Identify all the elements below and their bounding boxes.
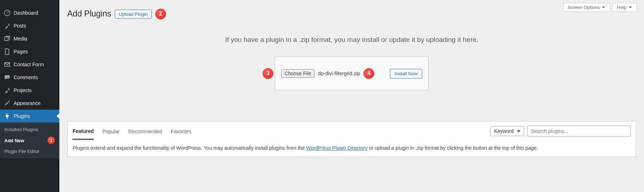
- upload-box: 3 Choose File dp-divi-filtergrid.zip 4 I…: [275, 57, 429, 90]
- plugin-directory-link[interactable]: WordPress Plugin Directory: [306, 145, 368, 151]
- help-label: Help: [617, 5, 626, 10]
- tab-featured[interactable]: Featured: [73, 122, 94, 140]
- sidebar-item-plugins[interactable]: Plugins: [0, 110, 59, 123]
- submenu-installed-plugins[interactable]: Installed Plugins: [0, 125, 59, 134]
- plugins-submenu: Installed Plugins Add New 1 Plugin File …: [0, 123, 59, 158]
- tab-popular[interactable]: Popular: [102, 123, 119, 139]
- sidebar-item-label: Pages: [14, 49, 28, 54]
- screen-meta-links: Screen Options Help: [563, 3, 637, 12]
- upload-message: If you have a plugin in a .zip format, y…: [225, 36, 478, 44]
- choose-file-button[interactable]: Choose File: [281, 69, 314, 78]
- sidebar-item-label: Plugins: [14, 113, 30, 119]
- chevron-down-icon: [602, 6, 605, 8]
- upload-area: If you have a plugin in a .zip format, y…: [67, 36, 636, 90]
- appearance-icon: [4, 100, 11, 107]
- heading-row: Add Plugins Upload Plugin 2: [67, 0, 636, 19]
- search-type-select[interactable]: Keyword: [490, 126, 524, 136]
- sidebar-item-contact-form[interactable]: Contact Form: [0, 58, 59, 71]
- step-badge-1: 1: [47, 136, 55, 144]
- sidebar-item-pages[interactable]: Pages: [0, 45, 59, 58]
- desc-suffix: or upload a plugin in .zip format by cli…: [367, 145, 538, 151]
- sidebar-item-label: Dashboard: [14, 10, 38, 16]
- svg-rect-5: [7, 117, 8, 119]
- help-button[interactable]: Help: [612, 3, 637, 12]
- comment-icon: [4, 74, 11, 81]
- step-badge-3: 3: [263, 68, 273, 79]
- mail-icon: [4, 61, 11, 68]
- tab-recommended[interactable]: Recommended: [128, 123, 162, 139]
- screen-options-label: Screen Options: [568, 5, 600, 10]
- submenu-plugin-file-editor[interactable]: Plugin File Editor: [0, 147, 59, 156]
- pin-icon: [4, 22, 11, 29]
- sidebar-item-appearance[interactable]: Appearance: [0, 97, 59, 110]
- step-badge-4: 4: [364, 68, 374, 79]
- desc-prefix: Plugins extend and expand the functional…: [73, 145, 306, 151]
- submenu-label: Add New: [4, 138, 24, 143]
- sidebar-item-label: Appearance: [14, 100, 41, 106]
- submenu-label: Installed Plugins: [4, 127, 38, 132]
- upload-plugin-button[interactable]: Upload Plugin: [115, 10, 152, 19]
- plugin-filter-bar: Featured Popular Recommended Favorites K…: [67, 121, 636, 140]
- sidebar-item-comments[interactable]: Comments: [0, 71, 59, 84]
- sidebar-item-media[interactable]: Media: [0, 32, 59, 45]
- plugin-search-area: Keyword: [490, 126, 631, 136]
- svg-rect-1: [5, 37, 8, 40]
- plugin-icon: [4, 112, 11, 120]
- sidebar-item-label: Projects: [14, 87, 32, 93]
- main-content: Screen Options Help Add Plugins Upload P…: [59, 0, 644, 192]
- admin-sidebar: Dashboard Posts Media Pages Contact Form…: [0, 0, 59, 192]
- sidebar-item-posts[interactable]: Posts: [0, 19, 59, 32]
- pin-icon: [4, 87, 11, 94]
- install-now-button[interactable]: Install Now: [390, 69, 422, 78]
- sidebar-item-label: Posts: [14, 23, 26, 29]
- sidebar-item-label: Media: [14, 36, 27, 42]
- screen-options-button[interactable]: Screen Options: [563, 3, 610, 12]
- sidebar-item-label: Contact Form: [14, 62, 44, 67]
- dashboard-icon: [4, 9, 11, 16]
- selected-filename: dp-divi-filtergrid.zip: [318, 71, 360, 76]
- step-badge-2: 2: [155, 9, 166, 19]
- submenu-label: Plugin File Editor: [4, 149, 39, 154]
- media-icon: [4, 35, 11, 42]
- page-icon: [4, 48, 11, 55]
- tab-favorites[interactable]: Favorites: [171, 123, 191, 139]
- sidebar-item-projects[interactable]: Projects: [0, 84, 59, 97]
- search-plugins-input[interactable]: [527, 126, 631, 136]
- sidebar-item-dashboard[interactable]: Dashboard: [0, 6, 59, 19]
- chevron-down-icon: [629, 6, 632, 8]
- filter-tabs: Featured Popular Recommended Favorites: [73, 122, 191, 140]
- plugin-browser-description: Plugins extend and expand the functional…: [67, 140, 636, 157]
- sidebar-item-label: Comments: [14, 75, 38, 80]
- svg-point-4: [8, 101, 10, 102]
- submenu-add-new[interactable]: Add New 1: [0, 134, 59, 147]
- svg-point-2: [8, 38, 9, 39]
- page-title: Add Plugins: [67, 9, 111, 19]
